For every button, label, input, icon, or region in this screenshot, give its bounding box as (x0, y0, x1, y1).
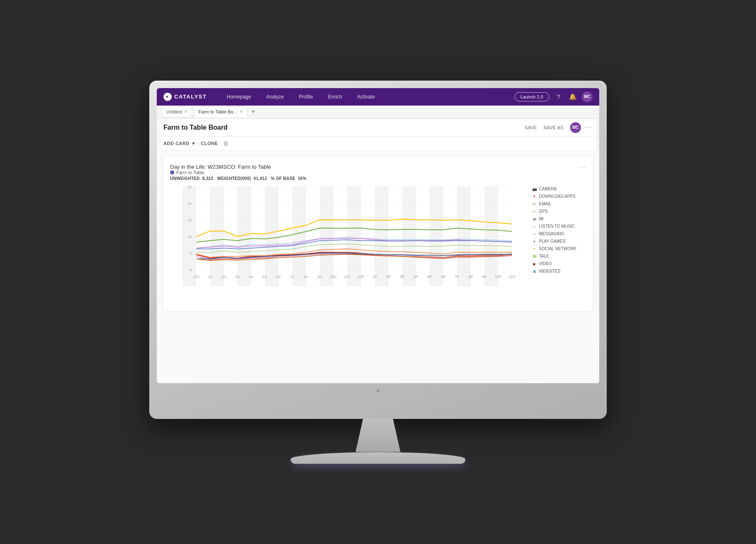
legend-video: ▶ VIDEO (532, 261, 586, 266)
svg-text:1A: 1A (208, 275, 212, 279)
legend-camera-label: CAMERA (539, 187, 557, 191)
app-logo[interactable]: ✦ CATALYST (163, 93, 207, 101)
tab-farm-close[interactable]: ✕ (240, 110, 243, 114)
app-navbar: ✦ CATALYST Homepage Analyze Profile Enri… (157, 88, 599, 106)
svg-text:4P: 4P (413, 275, 418, 279)
nav-activate[interactable]: Activate (350, 88, 383, 106)
user-avatar-nav[interactable]: MC (582, 91, 593, 102)
clone-button[interactable]: CLONE (201, 141, 218, 146)
legend-camera: 📷 CAMERA (532, 187, 586, 192)
segment-legend-label: Farm to Table (176, 170, 204, 175)
legend-download-label: DOWNLOAD APPS (539, 194, 576, 199)
svg-text:3A: 3A (235, 275, 240, 279)
svg-text:12A: 12A (193, 275, 200, 279)
chart-title-area: Day in the Life: W23MSCO: Farm to Table … (170, 164, 306, 185)
launch-button[interactable]: Launch 1.0 (514, 92, 549, 101)
tab-farm-to-table[interactable]: Farm to Table Bo... ✕ (194, 106, 247, 117)
chart-card-header: Day in the Life: W23MSCO: Farm to Table … (170, 164, 586, 185)
legend-play-games: ✦ PLAY GAMES (532, 239, 586, 244)
tab-add-button[interactable]: + (249, 108, 257, 116)
svg-text:6A: 6A (276, 275, 281, 279)
svg-text:4A: 4A (249, 275, 253, 279)
tab-untitled-close[interactable]: ✕ (184, 110, 188, 114)
legend-websites-label: WEBSITES (539, 269, 561, 273)
games-icon: ✦ (532, 239, 537, 244)
legend-im: ▣ IM (532, 217, 586, 222)
video-icon: ▶ (532, 261, 537, 266)
segment-legend-dot (170, 170, 174, 175)
chart-area: 0 5 10 15 20 25 12A 1A 2A 3A (170, 187, 528, 305)
websites-icon: ▣ (532, 269, 537, 274)
line-chart-svg: 0 5 10 15 20 25 12A 1A 2A 3A (170, 187, 528, 303)
save-as-button[interactable]: SAVE AS (544, 125, 563, 130)
svg-text:25: 25 (188, 185, 192, 189)
svg-text:15: 15 (188, 218, 192, 222)
svg-text:11P: 11P (509, 275, 515, 279)
board-more-button[interactable]: ··· (585, 123, 593, 132)
logo-icon: ✦ (163, 93, 172, 101)
chart-container: 0 5 10 15 20 25 12A 1A 2A 3A (170, 187, 586, 305)
talk-icon: ☎ (532, 254, 537, 259)
legend-video-label: VIDEO (539, 261, 552, 266)
tabs-bar: Untitled ✕ Farm to Table Bo... ✕ + (157, 106, 599, 119)
legend-games-label: PLAY GAMES (539, 239, 566, 244)
svg-text:1P: 1P (372, 275, 377, 279)
chart-more-button[interactable]: ··· (579, 164, 586, 171)
email-icon: ✉ (532, 202, 537, 207)
toolbar-right: MC ··· (570, 122, 593, 133)
add-card-label: ADD CARD (163, 141, 190, 146)
svg-text:6P: 6P (441, 275, 445, 279)
svg-text:10A: 10A (330, 275, 337, 279)
nav-profile[interactable]: Profile (292, 88, 321, 106)
download-icon: ⬇ (532, 194, 537, 199)
legend-gps-label: GPS (539, 209, 548, 214)
gps-icon: ⊙ (532, 209, 537, 214)
action-bar: ADD CARD ▼ CLONE 🗑 (157, 137, 599, 150)
chart-title: Day in the Life: W23MSCO: Farm to Table (170, 164, 306, 170)
base-label: % OF BASE (271, 176, 295, 181)
legend-music: ♪ LISTEN TO MUSIC (532, 224, 586, 229)
svg-text:7P: 7P (455, 275, 459, 279)
nav-links: Homepage Analyze Profile Enrich Activate (219, 88, 514, 106)
svg-text:5P: 5P (427, 275, 432, 279)
board-toolbar: Farm to Table Board SAVE SAVE AS MC ··· (157, 119, 599, 137)
svg-text:2P: 2P (386, 275, 390, 279)
svg-text:8P: 8P (468, 275, 473, 279)
legend-im-label: IM (539, 217, 544, 221)
legend-websites: ▣ WEBSITES (532, 269, 586, 274)
svg-text:5A: 5A (262, 275, 267, 279)
nav-enrich[interactable]: Enrich (321, 88, 350, 106)
unweighted-value: 8,322 (203, 176, 214, 181)
board-avatar[interactable]: MC (570, 122, 581, 133)
legend-talk-label: TALK (539, 254, 549, 258)
help-icon[interactable]: ? (553, 92, 563, 102)
monitor-stand-base (291, 452, 465, 464)
legend-email-label: EMAIL (539, 202, 551, 206)
monitor-chin (157, 383, 599, 398)
nav-analyze[interactable]: Analyze (259, 88, 292, 106)
base-value: 16% (298, 176, 306, 181)
svg-text:3P: 3P (400, 275, 404, 279)
legend-talk: ☎ TALK (532, 254, 586, 259)
add-card-arrow: ▼ (191, 141, 196, 146)
svg-text:8A: 8A (304, 275, 308, 279)
save-button[interactable]: SAVE (524, 125, 537, 130)
nav-homepage[interactable]: Homepage (219, 88, 259, 106)
svg-text:20: 20 (188, 202, 192, 206)
add-card-button[interactable]: ADD CARD ▼ (163, 141, 196, 146)
music-icon: ♪ (532, 224, 537, 229)
svg-text:7A: 7A (290, 275, 294, 279)
legend-email: ✉ EMAIL (532, 202, 586, 207)
legend-social: ✦ SOCIAL NETWORK (532, 246, 586, 251)
chart-legend-panel: 📷 CAMERA ⬇ DOWNLOAD APPS ✉ EMAIL (532, 187, 586, 305)
svg-text:9P: 9P (482, 275, 487, 279)
notification-icon[interactable]: 🔔 (568, 92, 578, 102)
tab-untitled[interactable]: Untitled ✕ (162, 106, 192, 117)
legend-social-label: SOCIAL NETWORK (539, 246, 576, 251)
content-area: Day in the Life: W23MSCO: Farm to Table … (157, 150, 599, 383)
svg-text:11A: 11A (344, 275, 351, 279)
delete-button[interactable]: 🗑 (223, 140, 229, 147)
messaging-icon: ▭ (532, 231, 537, 236)
nav-actions: Launch 1.0 ? 🔔 MC (514, 91, 593, 102)
monitor-stand-neck (341, 419, 415, 452)
